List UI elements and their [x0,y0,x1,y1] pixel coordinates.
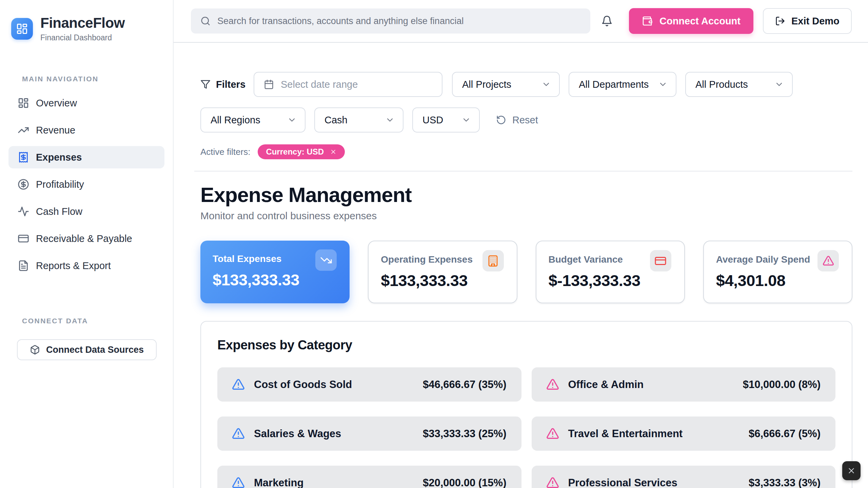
panel-title: Expenses by Category [217,338,835,352]
projects-select[interactable]: All Projects [452,72,560,97]
alert-triangle-icon [232,378,245,391]
app-tagline: Financial Dashboard [40,33,125,42]
credit-card-icon [18,233,29,244]
stat-icon-chip [315,249,337,271]
sidebar-item-overview[interactable]: Overview [8,92,164,114]
regions-select-value: All Regions [211,115,260,126]
active-filter-chip-currency[interactable]: Currency: USD [258,144,345,159]
sidebar-item-revenue[interactable]: Revenue [8,119,164,141]
chevron-down-icon [774,80,784,89]
alert-triangle-icon [546,427,559,441]
sidebar-item-label: Profitability [36,179,84,190]
category-name: Cost of Goods Sold [254,379,414,391]
funnel-filter-icon [200,79,211,89]
sidebar: FinanceFlow Financial Dashboard MAIN NAV… [0,0,174,488]
sidebar-item-label: Reports & Export [36,260,111,271]
file-text-icon [18,260,29,271]
sidebar-item-receivable-payable[interactable]: Receivable & Payable [8,227,164,250]
reset-filters-button[interactable]: Reset [496,115,538,126]
sidebar-item-profitability[interactable]: Profitability [8,173,164,196]
sidebar-item-cash-flow[interactable]: Cash Flow [8,200,164,223]
departments-select-value: All Departments [579,79,649,90]
alert-triangle-icon [546,476,559,488]
category-name: Professional Services [568,477,740,488]
category-row-marketing[interactable]: Marketing $20,000.00 (15%) [217,466,521,488]
connect-data-section-header: CONNECT DATA [22,317,173,325]
category-value: $3,333.33 (3%) [749,477,821,488]
stat-card-average-daily-spend[interactable]: Average Daily Spend $4,301.08 [703,241,852,303]
category-row-professional-services[interactable]: Professional Services $3,333.33 (3%) [532,466,836,488]
search-box[interactable] [191,8,590,34]
connect-account-button[interactable]: Connect Account [629,8,753,34]
remove-chip-x-icon[interactable] [330,148,337,155]
chevron-down-icon [541,80,551,89]
sidebar-item-label: Overview [36,98,77,109]
exit-demo-label: Exit Demo [791,16,840,27]
sidebar-item-label: Cash Flow [36,206,82,217]
main-content: Filters Select date range All Projects A… [174,43,868,488]
currency-select[interactable]: USD [412,107,480,133]
category-row-cost-of-goods-sold[interactable]: Cost of Goods Sold $46,666.67 (35%) [217,367,521,402]
category-name: Marketing [254,477,414,488]
category-value: $33,333.33 (25%) [423,428,506,440]
date-range-placeholder: Select date range [281,79,358,90]
date-range-picker[interactable]: Select date range [254,72,442,97]
brand: FinanceFlow Financial Dashboard [0,0,173,42]
stat-cards-row: Total Expenses $133,333.33 Operating Exp… [200,241,852,303]
sidebar-item-reports-export[interactable]: Reports & Export [8,255,164,277]
chip-label: Currency: USD [266,147,324,157]
stat-card-budget-variance[interactable]: Budget Variance $-133,333.33 [536,241,685,303]
stat-value: $133,333.33 [381,271,516,290]
search-icon [200,16,211,26]
sidebar-item-label: Receivable & Payable [36,233,132,244]
topbar: Connect Account Exit Demo [174,0,868,43]
wallet-icon [642,16,653,26]
departments-select[interactable]: All Departments [569,72,676,97]
stat-card-total-expenses[interactable]: Total Expenses $133,333.33 [200,241,350,303]
stat-value: $133,333.33 [213,270,350,289]
package-cube-icon [30,345,40,355]
chevron-down-icon [658,80,668,89]
rotate-ccw-icon [496,115,506,125]
category-value: $10,000.00 (8%) [743,379,821,391]
stat-icon-chip [482,250,504,271]
alert-triangle-icon [822,255,834,267]
category-row-salaries-wages[interactable]: Salaries & Wages $33,333.33 (25%) [217,416,521,451]
stat-card-operating-expenses[interactable]: Operating Expenses $133,333.33 [368,241,517,303]
category-value: $6,666.67 (5%) [749,428,821,440]
main-navigation: Overview Revenue Expenses Profitability … [0,92,173,277]
trending-down-icon [320,254,332,266]
payment-method-select[interactable]: Cash [314,107,403,133]
category-grid: Cost of Goods Sold $46,666.67 (35%) Offi… [217,367,835,488]
filters-label-group: Filters [200,79,245,90]
category-row-travel-entertainment[interactable]: Travel & Entertainment $6,666.67 (5%) [532,416,836,451]
search-input[interactable] [217,16,581,26]
regions-select[interactable]: All Regions [200,107,305,133]
overlay-close-button[interactable] [842,461,861,480]
alert-triangle-icon [546,378,559,391]
reset-label: Reset [512,115,538,126]
category-row-office-admin[interactable]: Office & Admin $10,000.00 (8%) [532,367,836,402]
currency-select-value: USD [422,115,443,126]
stat-icon-chip [817,250,839,271]
active-filters-row: Active filters: Currency: USD [200,144,852,159]
products-select-value: All Products [695,79,748,90]
notifications-button[interactable] [601,15,613,27]
filters-label: Filters [216,79,245,90]
close-x-icon [847,466,856,475]
receipt-icon [18,151,29,163]
filters-row-1: Filters Select date range All Projects A… [200,72,852,97]
products-select[interactable]: All Products [685,72,793,97]
connect-data-sources-button[interactable]: Connect Data Sources [17,339,157,360]
bell-icon [601,15,613,27]
sidebar-item-expenses[interactable]: Expenses [8,146,164,168]
trending-up-icon [18,124,29,136]
dashboard-grid-icon [18,97,29,109]
credit-card-icon [654,255,667,267]
section-divider [194,171,852,171]
category-name: Travel & Entertainment [568,428,740,440]
page-title: Expense Management [200,184,852,206]
stat-value: $-133,333.33 [549,271,684,290]
activity-icon [18,206,29,217]
exit-demo-button[interactable]: Exit Demo [763,8,852,34]
